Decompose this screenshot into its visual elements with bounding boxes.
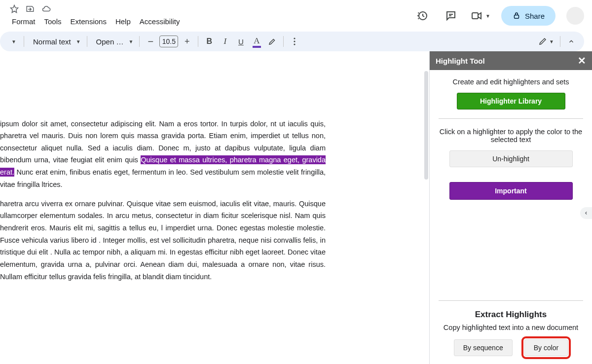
highlighter-library-button[interactable]: Highlighter Library <box>457 93 565 109</box>
by-sequence-button[interactable]: By sequence <box>454 339 513 356</box>
menu-help[interactable]: Help <box>111 15 135 28</box>
font-dropdown[interactable]: Open … ▼ <box>91 35 136 48</box>
increase-font-button[interactable]: + <box>180 35 194 48</box>
cloud-icon[interactable] <box>41 4 51 13</box>
underline-button[interactable]: U <box>234 35 248 48</box>
toolbar: ▼ Normal text ▼ Open … ▼ − + B I U A ▼ <box>0 32 584 51</box>
font-size-input[interactable] <box>159 36 178 47</box>
panel-intro: Create and edit highlighters and sets <box>452 78 569 86</box>
menu-extensions[interactable]: Extensions <box>67 15 111 28</box>
avatar[interactable] <box>566 7 584 25</box>
decrease-font-button[interactable]: − <box>144 35 157 48</box>
star-icon[interactable] <box>10 4 19 13</box>
bold-button[interactable]: B <box>202 35 216 48</box>
meet-button[interactable]: ▼ <box>471 10 490 22</box>
scrollbar[interactable] <box>424 71 428 180</box>
apply-hint: Click on a highlighter to apply the colo… <box>439 128 583 144</box>
svg-point-5 <box>294 43 296 45</box>
more-left-icon[interactable]: ▼ <box>6 35 20 48</box>
svg-rect-2 <box>514 15 518 19</box>
document-canvas[interactable]: ipsum dolor sit amet, consectetur adipis… <box>0 51 429 364</box>
chevron-down-icon: ▼ <box>547 39 554 44</box>
menu-format[interactable]: Format <box>8 15 39 28</box>
text-color-button[interactable]: A <box>250 35 263 48</box>
chevron-down-icon: ▼ <box>126 39 133 44</box>
svg-point-3 <box>294 37 296 39</box>
extract-title: Extract Highlights <box>439 310 583 320</box>
editing-mode-button[interactable]: ▼ <box>536 35 556 48</box>
highlight-color-button[interactable] <box>265 35 279 48</box>
svg-rect-1 <box>472 13 478 19</box>
paragraph: ipsum dolor sit amet, consectetur adipis… <box>0 118 326 191</box>
comments-icon[interactable] <box>442 7 460 25</box>
expand-side-rail-button[interactable] <box>580 207 592 219</box>
menu-accessibility[interactable]: Accessibility <box>136 15 184 28</box>
divider <box>439 300 583 301</box>
styles-dropdown[interactable]: Normal text ▼ <box>28 35 83 48</box>
move-icon[interactable] <box>26 4 35 13</box>
menu-tools[interactable]: Tools <box>40 15 66 28</box>
chevron-down-icon: ▼ <box>483 13 490 19</box>
panel-title: Highlight Tool <box>436 57 485 65</box>
unhighlight-button[interactable]: Un-highlight <box>449 150 573 167</box>
history-icon[interactable] <box>413 7 431 25</box>
by-color-button[interactable]: By color <box>524 339 568 356</box>
extract-subtitle: Copy highlighted text into a new documen… <box>439 324 583 331</box>
collapse-toolbar-button[interactable] <box>564 35 578 48</box>
menubar: Format Tools Extensions Help Accessibili… <box>8 15 409 28</box>
share-button[interactable]: Share <box>501 6 555 26</box>
share-label: Share <box>525 12 545 20</box>
italic-button[interactable]: I <box>218 35 232 48</box>
close-icon[interactable]: ✕ <box>578 55 586 67</box>
important-highlighter-button[interactable]: Important <box>449 182 573 200</box>
paragraph: haretra arcu viverra ex ornare pulvinar.… <box>0 198 326 283</box>
more-format-icon[interactable] <box>288 35 301 48</box>
highlight-tool-panel: Highlight Tool ✕ Create and edit highlig… <box>429 51 592 364</box>
svg-point-4 <box>294 40 296 42</box>
divider <box>439 118 583 119</box>
chevron-down-icon: ▼ <box>74 39 81 44</box>
